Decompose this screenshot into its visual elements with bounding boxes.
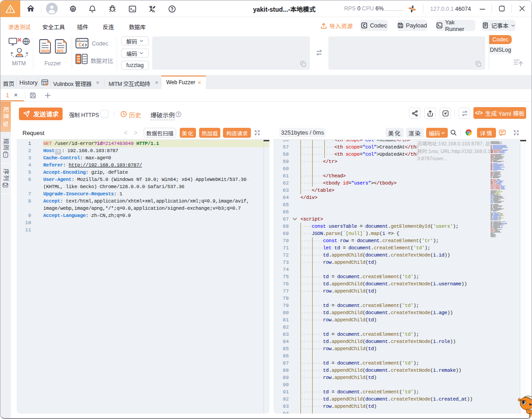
svg-text:WS: WS [57,48,64,53]
svg-text:Web: Web [41,48,50,53]
svg-text:C: C [79,42,82,47]
